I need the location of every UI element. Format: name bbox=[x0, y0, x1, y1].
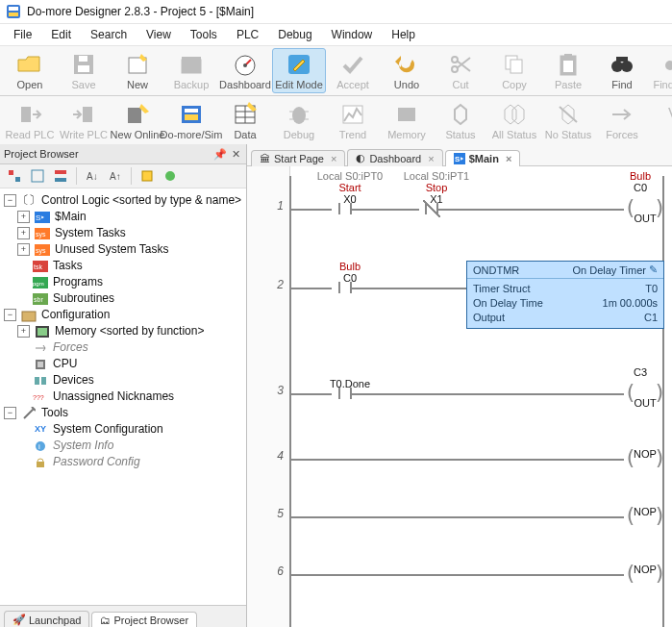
toolbar-do-more-sim[interactable]: Do-more/Sim bbox=[164, 98, 218, 143]
svg-point-11 bbox=[243, 63, 247, 67]
tree-system-tasks[interactable]: +sysSystem Tasks bbox=[17, 225, 244, 241]
tree-tool-5[interactable]: A↑ bbox=[105, 165, 126, 187]
tree-programs[interactable]: pgmPrograms bbox=[17, 274, 244, 290]
svg-rect-68 bbox=[37, 328, 47, 336]
svg-rect-26 bbox=[83, 107, 92, 122]
address: C3 bbox=[607, 366, 672, 378]
toolbar-label: Copy bbox=[502, 79, 527, 90]
close-tab-icon[interactable]: × bbox=[331, 153, 336, 164]
rung-5[interactable]: 5 () NOP bbox=[289, 482, 664, 530]
toolbar-dashboard[interactable]: Dashboard bbox=[218, 48, 272, 93]
tree-system-configuration[interactable]: XYSystem Configuration bbox=[17, 421, 244, 438]
pin-icon[interactable]: 📌 bbox=[213, 147, 227, 161]
tree-main[interactable]: +S‣$Main bbox=[17, 209, 244, 225]
nickname: Stop bbox=[393, 182, 480, 193]
tree-system-info[interactable]: iSystem Info bbox=[17, 438, 244, 454]
menu-tools[interactable]: Tools bbox=[181, 26, 227, 43]
menu-help[interactable]: Help bbox=[382, 26, 425, 43]
svg-point-37 bbox=[292, 107, 306, 124]
coil-nop[interactable]: () NOP bbox=[624, 445, 666, 470]
wire bbox=[291, 288, 332, 289]
toolbar-label: Memory bbox=[387, 129, 426, 140]
tree-nicknames[interactable]: ???Unassigned Nicknames bbox=[17, 389, 244, 405]
rung-1[interactable]: 1 Local S0:iPT0 Local S0:iPT1 Start X0 bbox=[289, 174, 664, 232]
svg-rect-22 bbox=[616, 57, 628, 62]
tree-icon: 🗂 bbox=[100, 614, 111, 626]
menu-file[interactable]: File bbox=[4, 26, 41, 43]
toolbar-find[interactable]: Find bbox=[595, 48, 649, 93]
rung-3[interactable]: 3 T0.Done C3 () OUT bbox=[289, 359, 664, 413]
tree-tasks[interactable]: tskTasks bbox=[17, 258, 244, 274]
toolbar-new-online[interactable]: New Online bbox=[111, 98, 164, 143]
instruction-ondtmr[interactable]: ONDTMR On Delay Timer ✎ Timer StructT0 O… bbox=[466, 261, 664, 329]
io-header: Local S0:iPT1 bbox=[404, 170, 469, 182]
memory-icon bbox=[35, 325, 50, 339]
tree-tool-4[interactable]: A↓ bbox=[82, 165, 103, 187]
tree-devices[interactable]: Devices bbox=[17, 372, 244, 389]
svg-rect-70 bbox=[37, 362, 43, 367]
svg-rect-8 bbox=[182, 60, 201, 73]
coil-nop[interactable]: () NOP bbox=[624, 561, 666, 586]
wrench-icon[interactable]: ✎ bbox=[646, 263, 658, 276]
tree-memory[interactable]: +Memory <sorted by function> bbox=[17, 323, 244, 339]
menu-debug[interactable]: Debug bbox=[268, 26, 321, 43]
ladder-editor[interactable]: 1 Local S0:iPT0 Local S0:iPT1 Start X0 bbox=[247, 166, 672, 627]
tab-project-browser[interactable]: 🗂Project Browser bbox=[91, 612, 197, 627]
menu-edit[interactable]: Edit bbox=[41, 26, 81, 43]
rung-6[interactable]: 6 () NOP bbox=[289, 539, 664, 588]
all-status-icon bbox=[500, 101, 529, 128]
toolbar-new[interactable]: New bbox=[111, 48, 164, 93]
menu-search[interactable]: Search bbox=[81, 26, 137, 43]
tree-tool-2[interactable] bbox=[27, 165, 48, 187]
tree-configuration[interactable]: − Configuration bbox=[4, 307, 244, 323]
document-tabs: 🏛 Start Page × ◐ Dashboard × S‣ $Main × bbox=[247, 144, 672, 166]
svg-rect-46 bbox=[15, 177, 20, 182]
rung-2[interactable]: 2 Bulb C0 ONDTMR bbox=[289, 253, 664, 339]
close-tab-icon[interactable]: × bbox=[428, 153, 434, 164]
tree-password-config[interactable]: Password Config bbox=[17, 454, 244, 470]
tree-cpu[interactable]: CPU bbox=[17, 356, 244, 372]
coil-out-bulb[interactable]: () OUT bbox=[624, 195, 666, 220]
tree-tool-1[interactable] bbox=[4, 165, 25, 187]
project-tree[interactable]: − 〔〕 Control Logic <sorted by type & nam… bbox=[0, 188, 246, 605]
toolbar-label: Find bbox=[611, 79, 632, 90]
coil-out-c3[interactable]: () OUT bbox=[624, 380, 666, 405]
tree-forces[interactable]: Forces bbox=[17, 339, 244, 356]
menu-view[interactable]: View bbox=[137, 26, 181, 43]
tab-dashboard[interactable]: ◐ Dashboard × bbox=[347, 149, 442, 166]
svg-point-23 bbox=[665, 61, 672, 70]
rung-4[interactable]: 4 () NOP bbox=[289, 424, 664, 472]
toolbar-label: Save bbox=[71, 79, 95, 90]
config-icon bbox=[21, 309, 37, 322]
tree-subroutines[interactable]: sbrSubroutines bbox=[17, 290, 244, 307]
sys-task-icon: sys bbox=[35, 243, 50, 257]
tree-tool-3[interactable] bbox=[50, 165, 71, 187]
tree-tool-7[interactable] bbox=[160, 165, 181, 187]
tab-start-page[interactable]: 🏛 Start Page × bbox=[251, 150, 345, 166]
toolbar-cut: Cut bbox=[434, 48, 487, 93]
instruction-title: On Delay Timer bbox=[573, 264, 646, 276]
trend-icon bbox=[338, 101, 367, 128]
home-icon: 🏛 bbox=[260, 153, 270, 164]
copy-icon bbox=[500, 51, 529, 78]
toolbar-edit-mode[interactable]: Edit Mode bbox=[272, 48, 326, 93]
toolbar-data[interactable]: Data bbox=[218, 98, 272, 143]
menu-plc[interactable]: PLC bbox=[227, 26, 268, 43]
toolbar-all-status: All Status bbox=[487, 98, 541, 143]
debug-icon bbox=[285, 101, 313, 128]
tab-launchpad[interactable]: 🚀Launchpad bbox=[4, 611, 89, 627]
close-icon[interactable]: ✕ bbox=[229, 147, 242, 161]
tree-unused-system-tasks[interactable]: +sysUnused System Tasks bbox=[17, 241, 244, 258]
toolbar-open[interactable]: Open bbox=[3, 48, 57, 93]
toolbar-undo[interactable]: Undo bbox=[380, 48, 434, 93]
close-tab-icon[interactable]: × bbox=[506, 153, 511, 164]
tree-tools[interactable]: − Tools bbox=[4, 405, 244, 421]
floppy-icon bbox=[69, 51, 98, 78]
menu-window[interactable]: Window bbox=[322, 26, 383, 43]
tree-root-control-logic[interactable]: − 〔〕 Control Logic <sorted by type & nam… bbox=[4, 192, 244, 209]
tab-main[interactable]: S‣ $Main × bbox=[445, 150, 521, 166]
project-browser-title: Project Browser bbox=[4, 148, 79, 160]
tree-tool-6[interactable] bbox=[137, 165, 158, 187]
gauge-small-icon: ◐ bbox=[356, 152, 365, 164]
coil-nop[interactable]: () NOP bbox=[624, 503, 666, 528]
